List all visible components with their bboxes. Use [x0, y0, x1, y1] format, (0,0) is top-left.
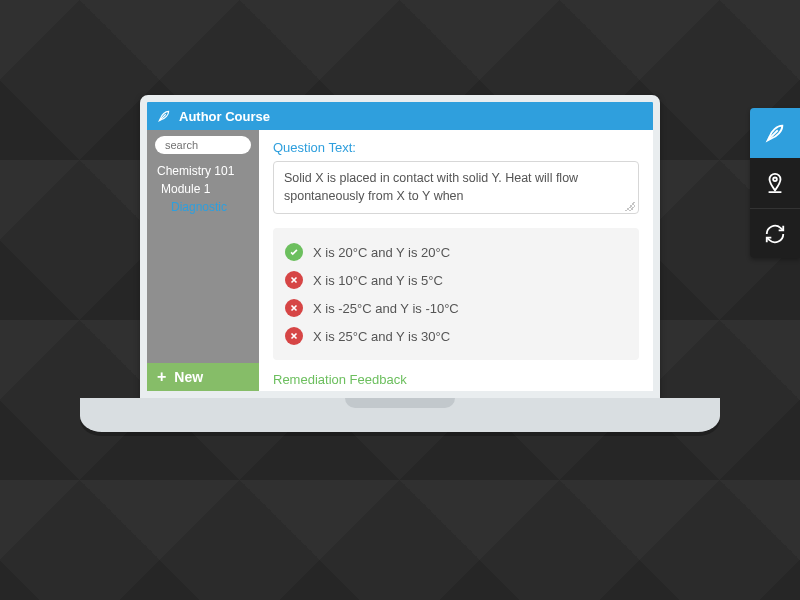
resize-grip-icon[interactable] [625, 201, 635, 211]
question-text-value: Solid X is placed in contact with solid … [284, 171, 578, 203]
answer-option[interactable]: X is 25°C and Y is 30°C [285, 322, 627, 350]
x-icon [285, 271, 303, 289]
answer-option[interactable]: X is -25°C and Y is -10°C [285, 294, 627, 322]
tree-item-active[interactable]: Diagnostic [157, 198, 259, 216]
laptop-notch [345, 398, 455, 408]
new-button[interactable]: + New [147, 363, 259, 391]
window-titlebar: Author Course [147, 102, 653, 130]
option-text: X is 25°C and Y is 30°C [313, 329, 450, 344]
svg-point-0 [773, 178, 777, 182]
x-icon [285, 299, 303, 317]
question-text-input[interactable]: Solid X is placed in contact with solid … [273, 161, 639, 214]
answer-options-card: X is 20°C and Y is 20°C X is 10°C and Y … [273, 228, 639, 360]
laptop-base [80, 398, 720, 432]
option-text: X is -25°C and Y is -10°C [313, 301, 459, 316]
option-text: X is 10°C and Y is 5°C [313, 273, 443, 288]
search-input[interactable] [155, 136, 251, 154]
check-icon [285, 243, 303, 261]
course-tree[interactable]: Chemistry 101 Module 1 Diagnostic [147, 162, 259, 216]
map-tab[interactable] [750, 158, 800, 208]
sync-tab[interactable] [750, 208, 800, 258]
app-body: Chemistry 101 Module 1 Diagnostic + New … [147, 130, 653, 391]
remediation-label: Remediation Feedback [273, 372, 639, 387]
question-label: Question Text: [273, 140, 639, 155]
x-icon [285, 327, 303, 345]
laptop-screen: Author Course Chemistry 101 Module 1 Dia… [140, 95, 660, 398]
window-title: Author Course [179, 109, 270, 124]
author-tab[interactable] [750, 108, 800, 158]
answer-option[interactable]: X is 10°C and Y is 5°C [285, 266, 627, 294]
side-tool-tabs [750, 108, 800, 258]
new-button-label: New [174, 369, 203, 385]
sidebar: Chemistry 101 Module 1 Diagnostic + New [147, 130, 259, 391]
editor-panel: Question Text: Solid X is placed in cont… [259, 130, 653, 391]
plus-icon: + [157, 369, 166, 385]
tree-module[interactable]: Module 1 [157, 180, 259, 198]
tree-course[interactable]: Chemistry 101 [157, 162, 259, 180]
option-text: X is 20°C and Y is 20°C [313, 245, 450, 260]
answer-option[interactable]: X is 20°C and Y is 20°C [285, 238, 627, 266]
feather-icon [157, 109, 171, 123]
